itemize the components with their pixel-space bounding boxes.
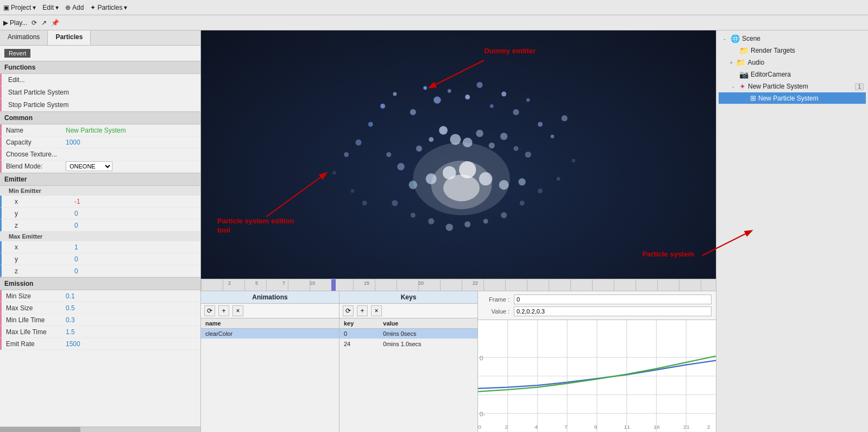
functions-header: Functions: [0, 61, 200, 74]
particles-label: Particles: [97, 4, 122, 11]
svg-text:4: 4: [534, 424, 538, 430]
timeline-cursor[interactable]: [331, 279, 336, 291]
keys-remove-button[interactable]: ×: [371, 305, 382, 316]
svg-point-53: [572, 159, 576, 162]
anim-refresh-button[interactable]: ⟳: [204, 305, 215, 316]
particle-system-arrow: [716, 228, 762, 261]
particles-icon: ✦: [90, 4, 96, 11]
value-input[interactable]: [514, 306, 712, 316]
edit-function[interactable]: Edit...: [0, 74, 200, 86]
svg-point-36: [459, 161, 476, 178]
svg-point-40: [392, 200, 398, 206]
max-emitter-x-value[interactable]: 1: [74, 243, 198, 251]
svg-point-44: [464, 221, 470, 227]
emit-rate-value[interactable]: 1500: [66, 340, 198, 348]
top-toolbar: ▣ Project ▾ Edit ▾ ⊕ Add ✦ Particles ▾: [0, 0, 868, 15]
svg-point-23: [416, 146, 422, 152]
max-size-value[interactable]: 0.5: [66, 304, 198, 312]
min-emitter-z-value[interactable]: 0: [74, 222, 198, 229]
min-emitter-x-value[interactable]: -1: [74, 198, 198, 205]
max-emitter-x-row: x 1: [0, 241, 200, 253]
svg-point-15: [526, 98, 530, 102]
viewport[interactable]: Dummy emitter Particle system editiontoo…: [201, 30, 716, 279]
tree-item-new-particle-system-child[interactable]: ⊞ New Particle System: [719, 92, 866, 104]
svg-text:21: 21: [683, 424, 690, 430]
max-emitter-y-row: y 0: [0, 253, 200, 265]
svg-point-11: [476, 82, 482, 88]
svg-point-33: [409, 180, 418, 189]
frame-field-row: Frame :: [482, 295, 712, 304]
left-panel: Animations Particles Revert Functions Ed…: [0, 30, 201, 432]
min-emitter-x-row: x -1: [0, 196, 200, 208]
name-value[interactable]: New Particle System: [66, 127, 198, 134]
max-emitter-y-value[interactable]: 0: [74, 255, 198, 263]
audio-folder-icon: 📁: [736, 58, 745, 67]
svg-text:0: 0: [480, 355, 483, 361]
toolbar-icon1-button[interactable]: ⟳: [32, 19, 37, 27]
min-size-value[interactable]: 0.1: [66, 292, 198, 300]
revert-button[interactable]: Revert: [4, 49, 30, 58]
timeline-ruler: [201, 279, 716, 291]
tree-item-render-targets[interactable]: 📁 Render Targets: [719, 45, 866, 57]
list-item[interactable]: 24 0mins 1.0secs: [339, 339, 477, 349]
stop-particle-system-function[interactable]: Stop Particle System: [0, 99, 200, 111]
svg-point-48: [362, 201, 367, 205]
svg-point-25: [439, 126, 448, 135]
svg-text:2: 2: [505, 424, 508, 430]
tree-item-audio[interactable]: + 📁 Audio: [719, 57, 866, 68]
edit-menu[interactable]: Edit ▾: [42, 4, 59, 11]
timeline-bar[interactable]: 2 5 7 10 15 20 22: [201, 279, 716, 291]
svg-point-14: [513, 109, 519, 115]
anim-add-button[interactable]: +: [218, 305, 229, 316]
min-life-time-value[interactable]: 0.3: [66, 316, 198, 324]
add-menu[interactable]: ⊕ Add: [65, 4, 84, 11]
particle-system-icon: ✦: [739, 82, 746, 91]
list-item[interactable]: clearColor: [201, 329, 339, 339]
tree-item-new-particle-system-parent[interactable]: - ✦ New Particle System 1: [719, 80, 866, 92]
blend-mode-row: Blend Mode: ONEONE ALPHA ADD SUBTRACT: [0, 160, 200, 173]
max-emitter-header: Max Emitter: [0, 231, 200, 241]
toolbar-icon2-button[interactable]: ↗: [41, 19, 47, 27]
tree-item-scene[interactable]: - 🌐 Scene: [719, 33, 866, 45]
svg-point-30: [500, 133, 507, 140]
blend-mode-select[interactable]: ONEONE ALPHA ADD SUBTRACT: [66, 161, 112, 171]
svg-point-6: [423, 86, 427, 90]
particles-menu[interactable]: ✦ Particles ▾: [90, 4, 127, 11]
svg-line-78: [716, 231, 751, 255]
graph-canvas: 0 0- 0 2 4 7 9 11 16 21 2: [478, 320, 716, 432]
viewport-canvas: Dummy emitter Particle system editiontoo…: [201, 30, 716, 279]
keys-add-button[interactable]: +: [357, 305, 368, 316]
svg-point-35: [443, 166, 456, 180]
svg-point-43: [446, 224, 453, 231]
min-life-time-label: Min Life Time: [6, 316, 66, 324]
max-life-time-label: Max Life Time: [6, 328, 66, 336]
list-item[interactable]: 0 0mins 0secs: [339, 329, 477, 339]
tab-particles[interactable]: Particles: [48, 30, 91, 45]
min-emitter-y-value[interactable]: 0: [74, 210, 198, 217]
start-particle-system-function[interactable]: Start Particle System: [0, 86, 200, 99]
tab-animations[interactable]: Animations: [0, 30, 48, 45]
arrow-icon: ↗: [41, 19, 47, 27]
svg-point-32: [525, 152, 531, 158]
tree-item-editor-camera[interactable]: 📷 EditorCamera: [719, 68, 866, 80]
svg-text:0-: 0-: [480, 411, 486, 417]
project-menu[interactable]: ▣ Project ▾: [3, 4, 36, 11]
max-emitter-z-value[interactable]: 0: [74, 267, 198, 275]
cursor-icon: ⟳: [32, 19, 37, 27]
keys-refresh-button[interactable]: ⟳: [343, 305, 354, 316]
center-full: Dummy emitter Particle system editiontoo…: [201, 30, 716, 432]
keys-panel: Keys ⟳ + × key value: [339, 291, 478, 432]
max-emitter-z-label: z: [15, 267, 74, 275]
name-label: Name: [6, 127, 66, 134]
play-button[interactable]: ▶ Play...: [3, 19, 27, 27]
folder-icon: 📁: [739, 46, 749, 55]
svg-text:9: 9: [594, 424, 598, 430]
max-life-time-value[interactable]: 1.5: [66, 328, 198, 336]
anim-remove-button[interactable]: ×: [232, 305, 243, 316]
choose-texture-row[interactable]: Choose Texture...: [0, 148, 200, 160]
toolbar-icon3-button[interactable]: 📌: [51, 19, 59, 27]
left-panel-content: Revert Functions Edit... Start Particle …: [0, 46, 200, 427]
capacity-value[interactable]: 1000: [66, 139, 198, 146]
frame-input[interactable]: [514, 295, 712, 304]
svg-point-21: [386, 152, 391, 157]
